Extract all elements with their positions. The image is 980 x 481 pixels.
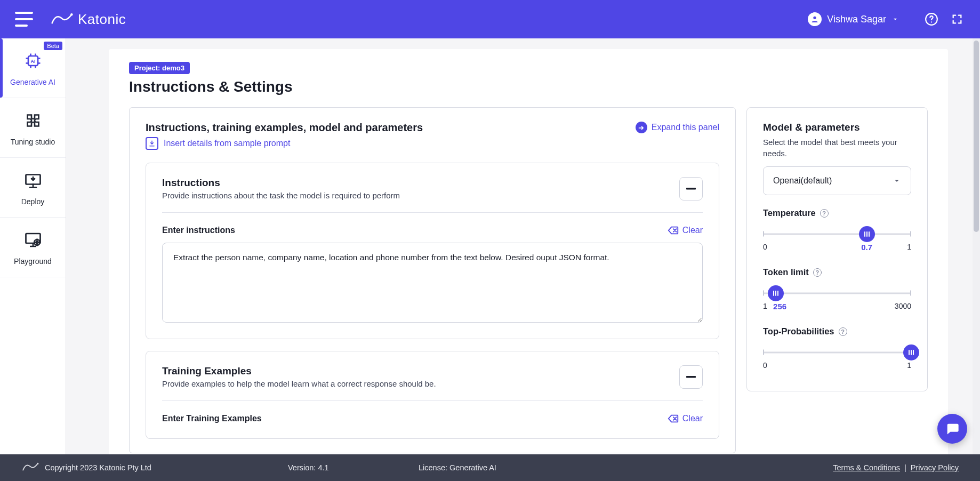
- chevron-down-icon: [891, 15, 899, 23]
- params-column: Model & parameters Select the model that…: [746, 107, 928, 453]
- clear-label: Clear: [682, 414, 703, 423]
- sidebar-item-generative-ai[interactable]: Beta AI Generative AI: [0, 38, 66, 98]
- puzzle-icon: [22, 110, 44, 131]
- training-field-label: Enter Training Examples: [162, 414, 262, 423]
- chat-icon: [945, 421, 960, 436]
- collapse-instructions-button[interactable]: [679, 177, 703, 201]
- instructions-textarea[interactable]: [162, 243, 703, 323]
- avatar-icon: [808, 12, 822, 26]
- footer-license: License: Generative AI: [419, 463, 496, 472]
- sidebar-item-label: Generative AI: [10, 78, 55, 86]
- sidebar: Beta AI Generative AI Tuning studio Depl…: [0, 38, 66, 454]
- topbar: Katonic Vishwa Sagar: [0, 0, 980, 38]
- sidebar-item-label: Tuning studio: [11, 138, 55, 146]
- katonic-mark-icon: [50, 10, 74, 28]
- token-limit-min: 1: [763, 302, 767, 310]
- svg-text:AI: AI: [30, 58, 35, 63]
- help-icon[interactable]: ?: [813, 268, 822, 277]
- token-limit-value: 256: [773, 302, 786, 311]
- temperature-label: Temperature: [763, 208, 816, 218]
- instructions-heading: Instructions: [162, 177, 400, 189]
- menu-toggle-icon[interactable]: [15, 12, 33, 27]
- page-title: Instructions & Settings: [129, 78, 928, 95]
- user-menu[interactable]: Vishwa Sagar: [808, 12, 899, 26]
- beta-badge: Beta: [44, 42, 62, 50]
- slider-thumb-icon[interactable]: [903, 344, 919, 360]
- collapse-training-button[interactable]: [679, 365, 703, 389]
- footer-version: Version: 4.1: [288, 463, 329, 472]
- temperature-param: Temperature ? 0 0.7 1: [763, 208, 911, 251]
- params-heading: Model & parameters: [763, 122, 911, 133]
- minus-icon: [686, 188, 696, 190]
- gear-monitor-icon: [22, 229, 44, 251]
- params-subheading: Select the model that best meets your ne…: [763, 137, 911, 159]
- top-p-slider[interactable]: [763, 347, 911, 358]
- temperature-max: 1: [907, 243, 911, 251]
- user-name: Vishwa Sagar: [827, 14, 886, 25]
- svg-point-12: [37, 462, 38, 464]
- training-heading: Training Examples: [162, 365, 436, 377]
- slider-thumb-icon[interactable]: [768, 285, 784, 301]
- arrow-right-circle-icon: ➜: [636, 122, 647, 133]
- svg-rect-10: [686, 188, 696, 190]
- divider: [162, 212, 703, 213]
- help-icon[interactable]: ?: [820, 209, 829, 218]
- instructions-field-label: Enter instructions: [162, 226, 235, 235]
- svg-point-3: [931, 21, 932, 22]
- insert-sample-button[interactable]: Insert details from sample prompt: [146, 137, 719, 150]
- brand-logo: Katonic: [50, 10, 126, 28]
- temperature-slider[interactable]: [763, 229, 911, 239]
- temperature-min: 0: [763, 243, 767, 251]
- help-icon[interactable]: [923, 11, 939, 27]
- clear-instructions-button[interactable]: Clear: [668, 225, 703, 236]
- minus-icon: [686, 376, 696, 378]
- help-icon[interactable]: ?: [839, 327, 847, 336]
- temperature-value: 0.7: [861, 243, 872, 252]
- token-limit-param: Token limit ? 1 256 3000: [763, 267, 911, 310]
- sidebar-item-deploy[interactable]: Deploy: [0, 158, 66, 218]
- top-p-min: 0: [763, 361, 767, 370]
- top-p-label: Top-Probabilities: [763, 326, 834, 336]
- model-select[interactable]: Openai(default): [763, 166, 911, 195]
- divider: [162, 400, 703, 401]
- brand-name: Katonic: [78, 11, 126, 28]
- main-scroll-area[interactable]: Project: demo3 Instructions & Settings I…: [66, 38, 980, 454]
- scrollbar-thumb[interactable]: [974, 41, 979, 232]
- chat-launcher-button[interactable]: [937, 414, 967, 444]
- instructions-card: Instructions Provide instructions about …: [146, 163, 719, 339]
- sidebar-item-label: Playground: [14, 257, 52, 266]
- panel-title: Instructions, training examples, model a…: [146, 122, 423, 134]
- sidebar-item-label: Deploy: [21, 197, 45, 206]
- fullscreen-icon[interactable]: [949, 11, 965, 27]
- clear-training-button[interactable]: Clear: [668, 413, 703, 424]
- training-subheading: Provide examples to help the model learn…: [162, 379, 436, 388]
- footer-terms-link[interactable]: Terms & Conditions: [833, 463, 900, 472]
- expand-panel-button[interactable]: ➜ Expand this panel: [636, 122, 719, 133]
- project-badge: Project: demo3: [129, 62, 190, 74]
- instructions-panel: Instructions, training examples, model a…: [129, 107, 736, 453]
- token-limit-slider[interactable]: [763, 288, 911, 299]
- backspace-x-icon: [668, 225, 679, 236]
- sidebar-item-playground[interactable]: Playground: [0, 218, 66, 277]
- chevron-down-icon: [893, 177, 901, 185]
- sidebar-item-tuning-studio[interactable]: Tuning studio: [0, 98, 66, 158]
- training-examples-card: Training Examples Provide examples to he…: [146, 351, 719, 439]
- footer: Copyright 2023 Katonic Pty Ltd Version: …: [0, 454, 980, 481]
- expand-panel-label: Expand this panel: [652, 123, 719, 132]
- scrollbar[interactable]: [973, 38, 980, 454]
- download-icon: [146, 137, 158, 150]
- clear-label: Clear: [682, 226, 703, 235]
- footer-privacy-link[interactable]: Privacy Policy: [911, 463, 959, 472]
- instructions-subheading: Provide instructions about the task the …: [162, 191, 400, 200]
- content-card: Project: demo3 Instructions & Settings I…: [109, 49, 948, 454]
- backspace-x-icon: [668, 413, 679, 424]
- model-params-card: Model & parameters Select the model that…: [746, 107, 928, 391]
- slider-thumb-icon[interactable]: [859, 226, 875, 242]
- svg-point-0: [70, 13, 73, 15]
- svg-point-1: [814, 17, 816, 19]
- top-p-max: 1: [907, 361, 911, 370]
- katonic-mark-icon: [21, 461, 39, 475]
- top-p-param: Top-Probabilities ? 0 1: [763, 326, 911, 370]
- footer-separator: |: [904, 463, 906, 472]
- model-select-value: Openai(default): [773, 176, 832, 186]
